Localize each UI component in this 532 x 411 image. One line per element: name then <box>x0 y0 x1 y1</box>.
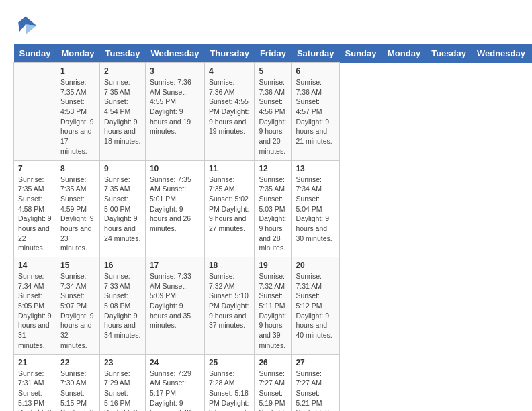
day-cell: 13Sunrise: 7:34 AM Sunset: 5:04 PM Dayli… <box>292 160 340 257</box>
svg-marker-1 <box>26 24 36 34</box>
day-info: Sunrise: 7:30 AM Sunset: 5:15 PM Dayligh… <box>60 369 95 412</box>
day-info: Sunrise: 7:35 AM Sunset: 5:00 PM Dayligh… <box>104 175 141 244</box>
day-number: 2 <box>104 66 141 76</box>
header-monday: Monday <box>56 44 99 63</box>
header-friday: Friday <box>255 44 292 63</box>
day-info: Sunrise: 7:33 AM Sunset: 5:08 PM Dayligh… <box>104 271 141 340</box>
day-number: 15 <box>60 261 95 270</box>
day-cell: 5Sunrise: 7:36 AM Sunset: 4:56 PM Daylig… <box>255 63 292 161</box>
day-cell: 8Sunrise: 7:35 AM Sunset: 4:59 PM Daylig… <box>56 160 99 257</box>
day-number: 24 <box>150 358 200 367</box>
day-number: 17 <box>150 261 200 270</box>
day-cell: 18Sunrise: 7:32 AM Sunset: 5:10 PM Dayli… <box>204 257 255 355</box>
day-cell: 9Sunrise: 7:35 AM Sunset: 5:00 PM Daylig… <box>100 160 146 257</box>
day-cell: 25Sunrise: 7:28 AM Sunset: 5:18 PM Dayli… <box>204 354 255 411</box>
header-wednesday: Wednesday <box>145 44 204 63</box>
week-row-3: 14Sunrise: 7:34 AM Sunset: 5:05 PM Dayli… <box>14 257 533 355</box>
day-cell: 20Sunrise: 7:31 AM Sunset: 5:12 PM Dayli… <box>292 257 340 355</box>
logo <box>13 13 40 38</box>
page-header <box>13 13 519 38</box>
day-cell: 16Sunrise: 7:33 AM Sunset: 5:08 PM Dayli… <box>100 257 146 355</box>
day-info: Sunrise: 7:31 AM Sunset: 5:13 PM Dayligh… <box>18 369 52 412</box>
logo-icon <box>13 13 38 38</box>
day-number: 5 <box>259 66 287 76</box>
day-number: 18 <box>209 261 251 270</box>
day-info: Sunrise: 7:34 AM Sunset: 5:07 PM Dayligh… <box>60 271 95 351</box>
day-info: Sunrise: 7:35 AM Sunset: 4:53 PM Dayligh… <box>60 77 95 156</box>
day-cell: 27Sunrise: 7:27 AM Sunset: 5:21 PM Dayli… <box>292 354 340 411</box>
day-info: Sunrise: 7:32 AM Sunset: 5:10 PM Dayligh… <box>209 271 251 330</box>
col-header-tuesday: Tuesday <box>426 44 472 63</box>
day-cell: 19Sunrise: 7:32 AM Sunset: 5:11 PM Dayli… <box>255 257 292 355</box>
day-number: 22 <box>60 358 95 367</box>
day-info: Sunrise: 7:29 AM Sunset: 5:17 PM Dayligh… <box>150 369 200 412</box>
day-number: 3 <box>150 66 200 76</box>
day-info: Sunrise: 7:35 AM Sunset: 5:01 PM Dayligh… <box>150 175 200 234</box>
header-thursday: Thursday <box>204 44 255 63</box>
day-number: 21 <box>18 358 52 367</box>
day-cell: 10Sunrise: 7:35 AM Sunset: 5:01 PM Dayli… <box>145 160 204 257</box>
day-info: Sunrise: 7:36 AM Sunset: 4:55 PM Dayligh… <box>209 77 251 136</box>
day-cell: 24Sunrise: 7:29 AM Sunset: 5:17 PM Dayli… <box>145 354 204 411</box>
calendar-table: SundayMondayTuesdayWednesdayThursdayFrid… <box>13 44 532 411</box>
col-header-sunday: Sunday <box>340 44 382 63</box>
day-cell: 12Sunrise: 7:35 AM Sunset: 5:03 PM Dayli… <box>255 160 292 257</box>
day-info: Sunrise: 7:36 AM Sunset: 4:57 PM Dayligh… <box>296 77 335 146</box>
day-number: 27 <box>296 358 335 367</box>
header-tuesday: Tuesday <box>100 44 146 63</box>
day-cell: 7Sunrise: 7:35 AM Sunset: 4:58 PM Daylig… <box>14 160 56 257</box>
col-header-monday: Monday <box>382 44 426 63</box>
day-cell: 15Sunrise: 7:34 AM Sunset: 5:07 PM Dayli… <box>56 257 99 355</box>
calendar-header-row: SundayMondayTuesdayWednesdayThursdayFrid… <box>14 44 533 63</box>
day-number: 13 <box>296 164 335 173</box>
day-info: Sunrise: 7:36 AM Sunset: 4:56 PM Dayligh… <box>259 77 287 156</box>
day-number: 23 <box>104 358 141 367</box>
header-sunday: Sunday <box>14 44 56 63</box>
day-number: 25 <box>209 358 251 367</box>
day-cell: 4Sunrise: 7:36 AM Sunset: 4:55 PM Daylig… <box>204 63 255 161</box>
day-number: 1 <box>60 66 95 76</box>
day-cell <box>14 63 56 161</box>
day-info: Sunrise: 7:32 AM Sunset: 5:11 PM Dayligh… <box>259 271 287 351</box>
day-cell: 1Sunrise: 7:35 AM Sunset: 4:53 PM Daylig… <box>56 63 99 161</box>
week-row-1: 1Sunrise: 7:35 AM Sunset: 4:53 PM Daylig… <box>14 63 533 161</box>
day-cell: 6Sunrise: 7:36 AM Sunset: 4:57 PM Daylig… <box>292 63 340 161</box>
day-cell: 26Sunrise: 7:27 AM Sunset: 5:19 PM Dayli… <box>255 354 292 411</box>
day-info: Sunrise: 7:35 AM Sunset: 4:59 PM Dayligh… <box>60 175 95 254</box>
day-info: Sunrise: 7:31 AM Sunset: 5:12 PM Dayligh… <box>296 271 335 340</box>
day-number: 4 <box>209 66 251 76</box>
day-info: Sunrise: 7:35 AM Sunset: 5:03 PM Dayligh… <box>259 175 287 254</box>
day-cell: 22Sunrise: 7:30 AM Sunset: 5:15 PM Dayli… <box>56 354 99 411</box>
day-number: 6 <box>296 66 335 76</box>
day-number: 10 <box>150 164 200 173</box>
day-cell: 23Sunrise: 7:29 AM Sunset: 5:16 PM Dayli… <box>100 354 146 411</box>
day-number: 20 <box>296 261 335 270</box>
day-info: Sunrise: 7:33 AM Sunset: 5:09 PM Dayligh… <box>150 271 200 330</box>
day-number: 7 <box>18 164 52 173</box>
day-number: 9 <box>104 164 141 173</box>
day-info: Sunrise: 7:35 AM Sunset: 4:58 PM Dayligh… <box>18 175 52 254</box>
day-number: 12 <box>259 164 287 173</box>
day-info: Sunrise: 7:35 AM Sunset: 4:54 PM Dayligh… <box>104 77 141 146</box>
day-cell: 2Sunrise: 7:35 AM Sunset: 4:54 PM Daylig… <box>100 63 146 161</box>
day-number: 16 <box>104 261 141 270</box>
day-number: 26 <box>259 358 287 367</box>
day-info: Sunrise: 7:27 AM Sunset: 5:21 PM Dayligh… <box>296 369 335 412</box>
day-cell: 14Sunrise: 7:34 AM Sunset: 5:05 PM Dayli… <box>14 257 56 355</box>
week-row-2: 7Sunrise: 7:35 AM Sunset: 4:58 PM Daylig… <box>14 160 533 257</box>
day-cell: 11Sunrise: 7:35 AM Sunset: 5:02 PM Dayli… <box>204 160 255 257</box>
day-info: Sunrise: 7:34 AM Sunset: 5:05 PM Dayligh… <box>18 271 52 351</box>
day-info: Sunrise: 7:28 AM Sunset: 5:18 PM Dayligh… <box>209 369 251 412</box>
day-number: 19 <box>259 261 287 270</box>
day-number: 8 <box>60 164 95 173</box>
col-header-wednesday: Wednesday <box>472 44 531 63</box>
day-info: Sunrise: 7:34 AM Sunset: 5:04 PM Dayligh… <box>296 175 335 244</box>
day-info: Sunrise: 7:35 AM Sunset: 5:02 PM Dayligh… <box>209 175 251 234</box>
day-number: 11 <box>209 164 251 173</box>
day-cell: 17Sunrise: 7:33 AM Sunset: 5:09 PM Dayli… <box>145 257 204 355</box>
header-saturday: Saturday <box>292 44 340 63</box>
day-info: Sunrise: 7:36 AM Sunset: 4:55 PM Dayligh… <box>150 77 200 136</box>
day-cell: 3Sunrise: 7:36 AM Sunset: 4:55 PM Daylig… <box>145 63 204 161</box>
week-row-4: 21Sunrise: 7:31 AM Sunset: 5:13 PM Dayli… <box>14 354 533 411</box>
day-number: 14 <box>18 261 52 270</box>
